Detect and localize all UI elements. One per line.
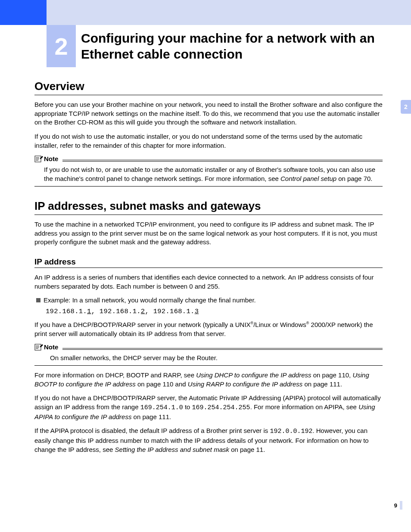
overview-paragraph-1: Before you can use your Brother machine … bbox=[34, 100, 383, 127]
ip-intro-paragraph: To use the machine in a networked TCP/IP… bbox=[34, 220, 383, 247]
dhcp-paragraph: If you have a DHCP/BOOTP/RARP server in … bbox=[34, 320, 383, 338]
page-number-bar bbox=[400, 501, 402, 510]
ip-seg: 192.168.1. bbox=[153, 308, 195, 315]
overview-paragraph-2: If you do not wish to use the automatic … bbox=[34, 132, 383, 150]
note-top-rule bbox=[62, 348, 383, 350]
side-tab-number: 2 bbox=[404, 103, 408, 110]
ip-address-paragraph-1: An IP address is a series of numbers tha… bbox=[34, 273, 383, 291]
ip-seg-u: 2 bbox=[141, 308, 145, 315]
refs-text: on page 111. bbox=[302, 380, 342, 388]
ref-link-rarp[interactable]: Using RARP to configure the IP address bbox=[188, 380, 303, 388]
refs-text: on page 110, bbox=[311, 371, 353, 379]
ip-sep: , bbox=[145, 308, 153, 315]
note-text-post: on page 70. bbox=[336, 175, 372, 182]
apipa-ip-end: 169.254.254.255 bbox=[192, 404, 250, 411]
default-ip-value: 192.0.0.192 bbox=[270, 428, 312, 435]
chapter-number: 2 bbox=[54, 32, 68, 60]
ip-seg: 192.168.1. bbox=[100, 308, 141, 315]
apipa-text: . For more information on APIPA, see bbox=[250, 403, 359, 411]
apipa-text: on page 111. bbox=[131, 413, 171, 420]
page-number: 9 bbox=[394, 502, 397, 509]
ip-sep: , bbox=[91, 308, 100, 315]
note-box-2: Note On smaller networks, the DHCP serve… bbox=[34, 343, 383, 366]
apipa-ip-start: 169.254.1.0 bbox=[140, 404, 183, 411]
references-paragraph: For more information on DHCP, BOOTP and … bbox=[34, 371, 383, 389]
page-content: Overview Before you can use your Brother… bbox=[34, 80, 383, 460]
chapter-title: Configuring your machine for a network w… bbox=[81, 30, 383, 62]
note-top-rule bbox=[62, 160, 383, 162]
ip-seg: 192.168.1. bbox=[46, 308, 87, 315]
ip-example-line: 192.168.1.1, 192.168.1.2, 192.168.1.3 bbox=[46, 308, 383, 315]
ip-seg-u: 1 bbox=[87, 308, 91, 315]
header-strips bbox=[0, 0, 411, 25]
svg-marker-4 bbox=[40, 156, 43, 159]
dhcp-text: /Linux or Windows bbox=[253, 321, 306, 328]
refs-text: on page 110 and bbox=[136, 380, 188, 388]
chapter-title-block: Configuring your machine for a network w… bbox=[81, 25, 383, 67]
ip-seg-u: 3 bbox=[195, 308, 199, 315]
note-pencil-icon bbox=[34, 343, 43, 351]
dhcp-text: If you have a DHCP/BOOTP/RARP server in … bbox=[34, 321, 251, 328]
section-ip-heading: IP addresses, subnet masks and gateways bbox=[34, 199, 383, 215]
default-ip-paragraph: If the APIPA protocol is disabled, the d… bbox=[34, 426, 383, 454]
example-bullet: Example: In a small network, you would n… bbox=[36, 296, 383, 305]
ref-link-dhcp[interactable]: Using DHCP to configure the IP address bbox=[196, 371, 311, 379]
svg-marker-9 bbox=[40, 344, 43, 347]
default-text: on page 11. bbox=[229, 446, 265, 453]
note-box-1: Note If you do not wish to, or are unabl… bbox=[34, 155, 383, 186]
note-header: Note bbox=[34, 155, 383, 163]
default-text: If the APIPA protocol is disabled, the d… bbox=[34, 427, 270, 434]
side-tab: 2 bbox=[401, 100, 411, 114]
note-label: Note bbox=[44, 343, 58, 351]
apipa-text: to bbox=[183, 403, 192, 411]
note-pencil-icon bbox=[34, 155, 43, 163]
note-ref-link[interactable]: Control panel setup bbox=[280, 175, 336, 182]
chapter-number-block: 2 bbox=[47, 25, 76, 67]
note-body-2: On smaller networks, the DHCP server may… bbox=[34, 352, 383, 366]
note-body-1: If you do not wish to, or are unable to … bbox=[34, 164, 383, 186]
header-strip-light bbox=[47, 0, 411, 25]
subsection-ip-address-heading: IP address bbox=[34, 257, 383, 268]
note-header: Note bbox=[34, 343, 383, 351]
section-overview-heading: Overview bbox=[34, 80, 383, 95]
refs-text: For more information on DHCP, BOOTP and … bbox=[34, 371, 196, 379]
example-bullet-text: Example: In a small network, you would n… bbox=[44, 296, 256, 305]
apipa-paragraph: If you do not have a DHCP/BOOTP/RARP ser… bbox=[34, 394, 383, 421]
header-strip-blue bbox=[0, 0, 47, 25]
square-bullet-icon bbox=[36, 298, 40, 302]
note-label: Note bbox=[44, 155, 58, 163]
page-number-box: 9 bbox=[394, 501, 402, 510]
ref-link-setting-ip[interactable]: Setting the IP address and subnet mask bbox=[115, 446, 229, 453]
